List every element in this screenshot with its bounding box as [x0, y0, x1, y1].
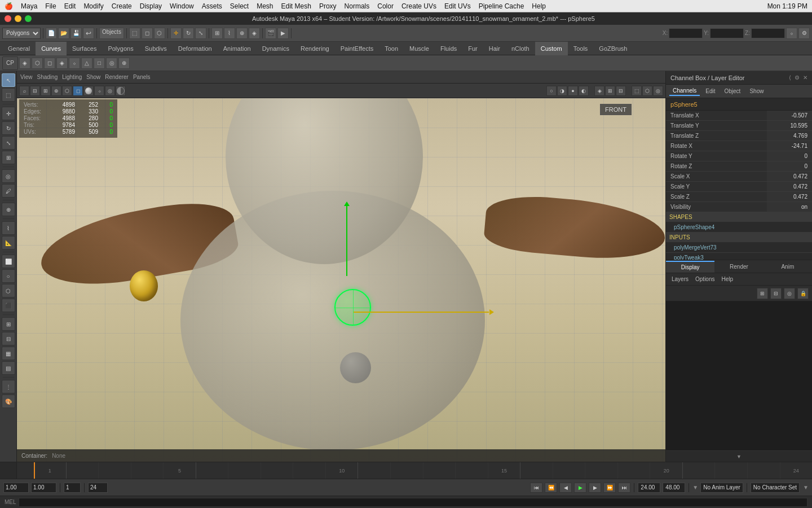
shading-icon[interactable]: [116, 86, 126, 96]
tab-rendering[interactable]: Rendering: [295, 42, 335, 55]
cb-tab-object[interactable]: Object: [721, 87, 744, 95]
tb2-icon4[interactable]: ◈: [56, 58, 68, 69]
go-to-start-btn[interactable]: ⏮: [530, 483, 542, 493]
camera-tumble-icon[interactable]: ⌕: [19, 86, 29, 96]
tab-hair[interactable]: Hair: [483, 42, 506, 55]
tb2-icon5[interactable]: ⬦: [69, 58, 80, 69]
tab-curves[interactable]: Curves: [36, 42, 67, 55]
undo-icon[interactable]: ↩: [83, 28, 94, 39]
shapes-section-header[interactable]: SHAPES: [666, 212, 812, 222]
maya-menu[interactable]: Maya: [21, 2, 37, 10]
help-menu[interactable]: Help: [532, 2, 546, 10]
shapes-item-0[interactable]: pSphereShape4: [666, 222, 812, 233]
layer-new-icon[interactable]: ⊞: [757, 288, 768, 299]
cb-close-icon[interactable]: ✕: [803, 75, 807, 81]
snap-curve-icon[interactable]: ⌇: [224, 28, 235, 39]
inputs-section-header[interactable]: INPUTS: [666, 233, 812, 243]
attr-rotate-x-value[interactable]: -24.71: [767, 141, 812, 151]
panel-layout-btn[interactable]: ⊞: [2, 317, 15, 331]
tb2-icon1[interactable]: ◈: [19, 58, 30, 69]
polygon-cube-btn[interactable]: ⬜: [2, 255, 15, 268]
camera-icon2[interactable]: ⬡: [642, 86, 652, 96]
tab-muscle[interactable]: Muscle: [404, 42, 435, 55]
move-manipulator-y[interactable]: [346, 203, 347, 276]
modify-menu[interactable]: Modify: [83, 2, 103, 10]
last-tool-btn[interactable]: ⊞: [2, 151, 15, 164]
cb-tab-show[interactable]: Show: [746, 87, 767, 95]
attr-scale-y[interactable]: Scale Y 0.472: [666, 182, 812, 192]
move-manipulator-x[interactable]: [354, 312, 489, 313]
next-frame-btn[interactable]: ▶: [589, 483, 601, 493]
polygon-sphere-btn[interactable]: ○: [2, 269, 15, 283]
cb-bottom-tab-render[interactable]: Render: [714, 261, 763, 272]
tab-dynamics[interactable]: Dynamics: [257, 42, 295, 55]
measure-btn[interactable]: 📐: [2, 236, 15, 249]
inputs-item-0[interactable]: polyMergeVert73: [666, 243, 812, 253]
start-frame-input[interactable]: 1.00: [3, 483, 29, 493]
wireframe-icon[interactable]: ◻: [73, 86, 83, 96]
assets-menu[interactable]: Assets: [202, 2, 222, 10]
create-menu[interactable]: Create: [112, 2, 132, 10]
mode-select[interactable]: Polygons: [2, 28, 41, 39]
tab-fur[interactable]: Fur: [462, 42, 483, 55]
y-field[interactable]: [710, 28, 744, 38]
window-menu[interactable]: Window: [170, 2, 194, 10]
apple-menu[interactable]: 🍎: [5, 2, 13, 10]
default-light-icon[interactable]: ◑: [557, 86, 567, 96]
timeline-ruler[interactable]: 1 5 10 15 20 24: [34, 462, 812, 479]
camera-icon3[interactable]: ◎: [653, 86, 663, 96]
tab-custom[interactable]: Custom: [535, 42, 568, 55]
go-to-end-btn[interactable]: ⏭: [618, 483, 630, 493]
snap-surface-icon[interactable]: ◈: [249, 28, 260, 39]
panel-layout4-btn[interactable]: ▤: [2, 361, 15, 375]
texture-icon[interactable]: ⬦: [94, 86, 104, 96]
selected-sphere[interactable]: [334, 289, 371, 326]
grid-icon[interactable]: ⊞: [41, 86, 51, 96]
render-icon[interactable]: 🎬: [265, 28, 276, 39]
cb-tab-edit[interactable]: Edit: [702, 87, 718, 95]
move-tool-btn[interactable]: ✛: [2, 107, 15, 120]
attr-rotate-z-value[interactable]: 0: [767, 161, 812, 171]
current-frame-input[interactable]: 1.00: [31, 483, 56, 493]
viewport[interactable]: Verts: 4898 252 0 Edges: 9880 330 0 Face…: [17, 98, 665, 462]
curve-btn[interactable]: ⌇: [2, 221, 15, 235]
no-light-icon[interactable]: ○: [546, 86, 557, 96]
tab-deformation[interactable]: Deformation: [173, 42, 218, 55]
end-frame-input[interactable]: [88, 483, 108, 493]
flat-light-icon[interactable]: ◐: [579, 86, 589, 96]
rotate-tool-btn[interactable]: ↻: [2, 121, 15, 135]
save-scene-icon[interactable]: 💾: [70, 28, 82, 39]
attr-scale-y-value[interactable]: 0.472: [767, 182, 812, 191]
snap-point-icon[interactable]: ⊕: [236, 28, 248, 39]
tb2-cp-btn[interactable]: CP: [2, 56, 18, 70]
tab-fluids[interactable]: Fluids: [435, 42, 462, 55]
select-lasso-btn[interactable]: ⬚: [2, 88, 15, 102]
mesh-menu[interactable]: Mesh: [257, 2, 273, 10]
show-menu[interactable]: Show: [86, 74, 100, 80]
polygon-plane-btn[interactable]: ⬛: [2, 299, 15, 312]
attr-rotate-y-value[interactable]: 0: [767, 151, 812, 161]
edit-mesh-menu[interactable]: Edit Mesh: [281, 2, 311, 10]
attr-scale-z-value[interactable]: 0.472: [767, 192, 812, 202]
open-scene-icon[interactable]: 📂: [58, 28, 69, 39]
attr-translate-y-value[interactable]: 10.595: [767, 121, 812, 130]
cb-scroll-down[interactable]: ▼: [666, 450, 812, 462]
filmstrip-icon[interactable]: ⬡: [62, 86, 72, 96]
panel-layout2-btn[interactable]: ⊟: [2, 332, 15, 345]
close-button[interactable]: [5, 15, 11, 22]
select-tool-icon[interactable]: ⬚: [129, 28, 140, 39]
view-menu[interactable]: View: [20, 74, 33, 80]
tab-gozbrush[interactable]: GoZBrush: [593, 42, 633, 55]
isolate-select-icon[interactable]: ◈: [594, 86, 604, 96]
attr-rotate-z[interactable]: Rotate Z 0: [666, 161, 812, 172]
tab-tools[interactable]: Tools: [568, 42, 594, 55]
cb-bottom-tab-display[interactable]: Display: [666, 261, 714, 273]
move-tool-icon[interactable]: ✛: [170, 28, 182, 39]
panel-layout3-btn[interactable]: ▦: [2, 347, 15, 360]
frame-counter[interactable]: [64, 483, 81, 493]
tb2-icon8[interactable]: ◎: [106, 58, 117, 69]
scale-tool-icon[interactable]: ⤡: [195, 28, 206, 39]
prev-frame-icon[interactable]: ⊕: [51, 86, 61, 96]
edit-menu[interactable]: Edit: [64, 2, 76, 10]
new-scene-icon[interactable]: 📄: [46, 28, 57, 39]
